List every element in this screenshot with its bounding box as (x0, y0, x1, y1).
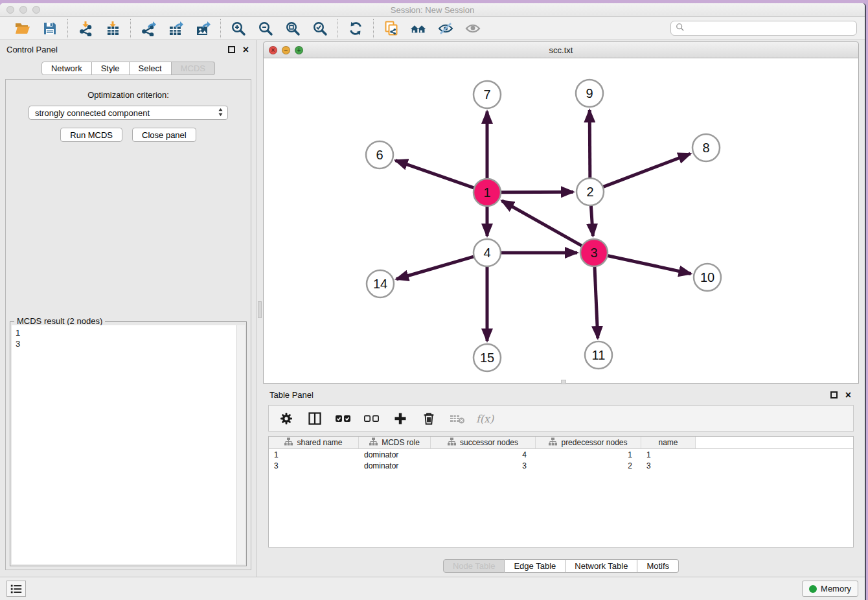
zoom-fit-button[interactable] (283, 19, 303, 38)
cell-successor-nodes[interactable]: 4 (431, 450, 536, 459)
window-traffic-lights-inactive[interactable] (6, 6, 40, 14)
graph-node-3[interactable]: 3 (580, 239, 608, 266)
graph-node-8[interactable]: 8 (692, 134, 720, 161)
zoom-out-button[interactable] (256, 19, 275, 38)
tab-motifs[interactable]: Motifs (637, 559, 679, 573)
export-image-button[interactable] (193, 19, 212, 38)
graph-node-11[interactable]: 11 (585, 341, 612, 369)
deselect-all-checkboxes-button[interactable] (361, 408, 383, 430)
column-header-mcds-role[interactable]: MCDS role (359, 437, 431, 448)
tab-select[interactable]: Select (130, 62, 172, 75)
graph-node-15[interactable]: 15 (474, 344, 501, 371)
add-column-button[interactable] (389, 408, 411, 430)
refresh-button[interactable] (346, 19, 365, 38)
edge-2-3[interactable] (591, 205, 593, 236)
network-resize-grip[interactable] (561, 380, 566, 384)
zoom-window-button[interactable] (32, 6, 40, 14)
main-toolbar (0, 17, 865, 40)
split-column-button[interactable] (304, 408, 326, 430)
tab-node-table[interactable]: Node Table (443, 559, 505, 573)
float-panel-icon[interactable] (228, 46, 235, 53)
graph-node-10[interactable]: 10 (694, 264, 721, 291)
graph-node-6[interactable]: 6 (366, 141, 393, 168)
close-window-button[interactable] (6, 6, 14, 14)
search-field[interactable] (670, 21, 857, 36)
graph-node-14[interactable]: 14 (367, 270, 394, 297)
memory-button[interactable]: Memory (802, 581, 858, 597)
close-view-button[interactable]: × (269, 46, 277, 54)
clone-network-button[interactable] (382, 19, 401, 38)
export-network-button[interactable] (139, 19, 158, 38)
cell-mcds-role[interactable]: dominator (359, 461, 431, 470)
control-panel: Control Panel × NetworkStyleSelectMCDS O… (0, 40, 257, 577)
settings-gear-button[interactable] (275, 408, 297, 430)
criterion-select[interactable]: strongly connected component (29, 106, 228, 120)
cell-predecessor-nodes[interactable]: 1 (536, 450, 641, 459)
table-panel: Table Panel × f(x) shared nameMCDS roles… (263, 386, 859, 577)
open-session-icon (14, 21, 31, 36)
export-table-button[interactable] (166, 19, 185, 38)
close-panel-icon[interactable]: × (243, 46, 249, 53)
network-window-titlebar[interactable]: ×−+ scc.txt (263, 41, 859, 58)
edge-3-10[interactable] (608, 255, 691, 273)
open-session-button[interactable] (13, 19, 32, 38)
zoom-view-button[interactable]: + (295, 46, 303, 54)
cell-name[interactable]: 3 (641, 461, 696, 470)
hide-selected-button[interactable] (436, 19, 455, 38)
edge-1-2[interactable] (501, 192, 573, 192)
edge-3-1[interactable] (502, 201, 582, 246)
graph-node-9[interactable]: 9 (576, 80, 603, 107)
column-header-shared-name[interactable]: shared name (269, 437, 359, 448)
minimize-view-button[interactable]: − (282, 46, 290, 54)
edge-3-11[interactable] (595, 266, 598, 338)
graph-node-7[interactable]: 7 (474, 81, 501, 108)
control-panel-title: Control Panel (6, 45, 58, 54)
zoom-selected-button[interactable] (310, 19, 330, 38)
show-all-button[interactable] (463, 19, 483, 38)
graph-node-1[interactable]: 1 (474, 179, 501, 206)
delete-column-button[interactable] (418, 408, 440, 430)
mcds-result-text[interactable]: 1 3 (12, 325, 236, 564)
cell-shared-name[interactable]: 1 (269, 450, 359, 459)
column-header-name[interactable]: name (641, 437, 696, 448)
save-session-button[interactable] (40, 19, 60, 38)
tab-network[interactable]: Network (41, 62, 92, 75)
home-button[interactable] (409, 19, 428, 38)
result-scrollbar[interactable] (236, 325, 245, 564)
column-header-successor-nodes[interactable]: successor nodes (431, 437, 536, 448)
minimize-window-button[interactable] (19, 6, 27, 14)
tab-style[interactable]: Style (92, 62, 130, 75)
close-table-panel-icon[interactable]: × (845, 391, 851, 398)
search-input[interactable] (688, 23, 852, 33)
column-header-predecessor-nodes[interactable]: predecessor nodes (536, 437, 641, 448)
zoom-out-icon (257, 21, 274, 36)
float-table-panel-icon[interactable] (830, 391, 838, 398)
cell-predecessor-nodes[interactable]: 2 (536, 461, 641, 470)
cell-name[interactable]: 1 (641, 450, 696, 459)
panel-splitter[interactable] (257, 40, 262, 577)
close-panel-button[interactable]: Close panel (132, 128, 196, 142)
table-row[interactable]: 3dominator323 (269, 460, 853, 471)
svg-text:8: 8 (702, 141, 709, 155)
graph-node-2[interactable]: 2 (577, 178, 604, 205)
edge-2-8[interactable] (603, 154, 691, 187)
run-mcds-button[interactable]: Run MCDS (60, 128, 122, 142)
app-titlebar: Session: New Session (0, 3, 865, 17)
tab-edge-table[interactable]: Edge Table (505, 559, 565, 573)
edge-2-9[interactable] (589, 110, 590, 178)
cell-shared-name[interactable]: 3 (269, 461, 359, 470)
tab-network-table[interactable]: Network Table (565, 559, 637, 573)
network-canvas[interactable]: 7968124314101511 (263, 58, 859, 384)
table-row[interactable]: 1dominator411 (269, 449, 853, 460)
cell-successor-nodes[interactable]: 3 (431, 461, 536, 470)
select-all-checkboxes-button[interactable] (332, 408, 354, 430)
zoom-in-button[interactable] (229, 19, 248, 38)
graph-node-4[interactable]: 4 (474, 239, 501, 266)
cell-mcds-role[interactable]: dominator (359, 450, 431, 459)
edge-1-6[interactable] (396, 161, 475, 188)
task-history-button[interactable] (6, 581, 26, 597)
import-table-button[interactable] (103, 19, 122, 38)
import-network-button[interactable] (76, 19, 95, 38)
edge-4-14[interactable] (396, 257, 474, 279)
tab-mcds[interactable]: MCDS (172, 62, 215, 75)
